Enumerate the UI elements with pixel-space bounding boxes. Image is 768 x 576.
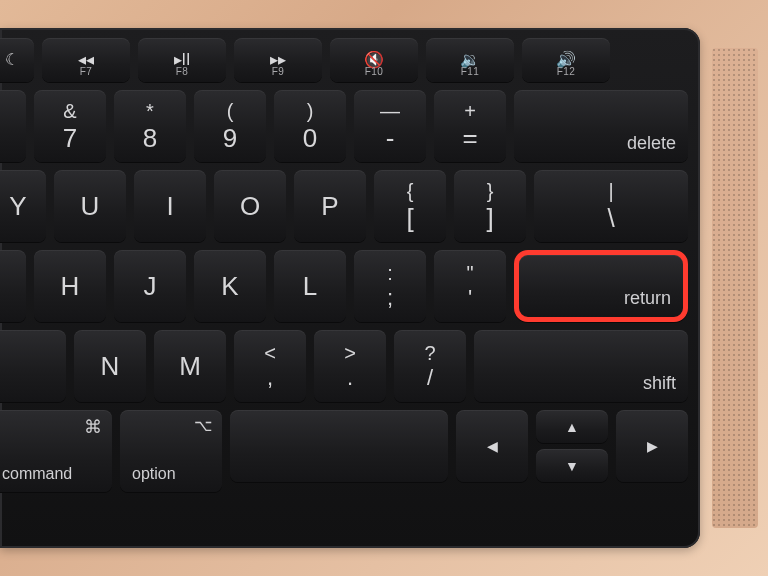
key-y[interactable]: Y [0, 170, 46, 242]
key-f11[interactable]: 🔉 F11 [426, 38, 514, 82]
bottom-letter-row: N M <, >. ?/ shift [0, 330, 688, 402]
key-arrow-right[interactable]: ▶ [616, 410, 688, 482]
key-g-partial[interactable] [0, 250, 26, 322]
key-b-partial[interactable] [0, 330, 66, 402]
key-bracket-left[interactable]: {[ [374, 170, 446, 242]
key-6-partial[interactable] [0, 90, 26, 162]
key-arrow-left[interactable]: ◀ [456, 410, 528, 482]
key-f9[interactable]: ▸▸ F9 [234, 38, 322, 82]
key-f8[interactable]: ▸II F8 [138, 38, 226, 82]
key-arrow-down[interactable]: ▼ [536, 449, 608, 482]
key-f10[interactable]: 🔇 F10 [330, 38, 418, 82]
function-row: ☾ ◂◂ F7 ▸II F8 ▸▸ F9 🔇 F10 🔉 F11 [0, 38, 688, 82]
key-shift-right[interactable]: shift [474, 330, 688, 402]
key-8[interactable]: *8 [114, 90, 186, 162]
key-equals[interactable]: += [434, 90, 506, 162]
key-spacebar-partial[interactable] [230, 410, 448, 482]
qwerty-row: Y U I O P {[ }] |\ [0, 170, 688, 242]
key-delete[interactable]: delete [514, 90, 688, 162]
key-period[interactable]: >. [314, 330, 386, 402]
key-l[interactable]: L [274, 250, 346, 322]
key-m[interactable]: M [154, 330, 226, 402]
key-0[interactable]: )0 [274, 90, 346, 162]
moon-icon: ☾ [5, 52, 19, 68]
key-quote[interactable]: "' [434, 250, 506, 322]
key-comma[interactable]: <, [234, 330, 306, 402]
key-f7[interactable]: ◂◂ F7 [42, 38, 130, 82]
key-minus[interactable]: —- [354, 90, 426, 162]
laptop-photo: ☾ ◂◂ F7 ▸II F8 ▸▸ F9 🔇 F10 🔉 F11 [0, 0, 768, 576]
option-icon: ⌥ [194, 418, 212, 434]
key-arrow-up[interactable]: ▲ [536, 410, 608, 443]
key-slash[interactable]: ?/ [394, 330, 466, 402]
key-f12[interactable]: 🔊 F12 [522, 38, 610, 82]
key-k[interactable]: K [194, 250, 266, 322]
arrow-down-icon: ▼ [565, 459, 579, 473]
key-option[interactable]: ⌥ option [120, 410, 222, 492]
key-semicolon[interactable]: :; [354, 250, 426, 322]
key-p[interactable]: P [294, 170, 366, 242]
key-backslash[interactable]: |\ [534, 170, 688, 242]
number-row: &7 *8 (9 )0 —- += delete [0, 90, 688, 162]
key-7[interactable]: &7 [34, 90, 106, 162]
key-h[interactable]: H [34, 250, 106, 322]
modifier-row: ⌘ command ⌥ option ◀ ▲ ▼ ▶ [0, 410, 688, 492]
keyboard-deck: ☾ ◂◂ F7 ▸II F8 ▸▸ F9 🔇 F10 🔉 F11 [0, 28, 700, 548]
home-row: H J K L :; "' return [0, 250, 688, 322]
speaker-grille [712, 48, 758, 528]
arrow-right-icon: ▶ [647, 439, 658, 453]
arrow-up-icon: ▲ [565, 420, 579, 434]
key-dnd[interactable]: ☾ [0, 38, 34, 82]
arrow-left-icon: ◀ [487, 439, 498, 453]
key-command[interactable]: ⌘ command [0, 410, 112, 492]
key-bracket-right[interactable]: }] [454, 170, 526, 242]
key-o[interactable]: O [214, 170, 286, 242]
command-icon: ⌘ [84, 418, 102, 436]
key-u[interactable]: U [54, 170, 126, 242]
key-i[interactable]: I [134, 170, 206, 242]
key-j[interactable]: J [114, 250, 186, 322]
key-return[interactable]: return [514, 250, 688, 322]
key-n[interactable]: N [74, 330, 146, 402]
key-9[interactable]: (9 [194, 90, 266, 162]
